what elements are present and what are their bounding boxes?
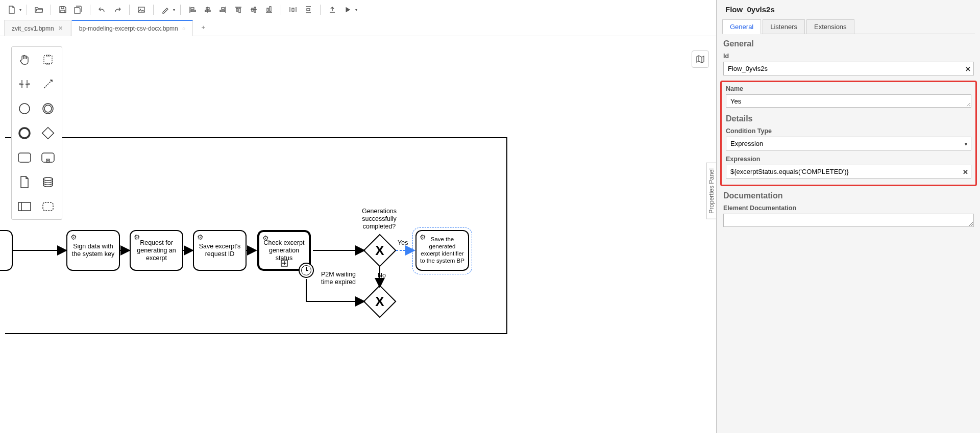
svg-rect-0 xyxy=(61,7,64,9)
toolbar: ▾ ▾ ▾ xyxy=(0,0,716,19)
svg-point-7 xyxy=(44,105,52,112)
section-general: General xyxy=(723,39,975,48)
svg-rect-14 xyxy=(18,202,31,211)
expression-label: Expression xyxy=(726,156,971,163)
svg-rect-4 xyxy=(44,56,52,64)
data-object-tool[interactable] xyxy=(15,172,34,192)
align-top-button[interactable] xyxy=(232,3,245,16)
file-tabs: zvit_csv1.bpmn ✕ bp-modeling-excerpt-csv… xyxy=(0,19,716,36)
align-left-button[interactable] xyxy=(186,3,199,16)
end-event-tool[interactable] xyxy=(15,123,34,143)
svg-point-8 xyxy=(19,128,30,138)
new-file-button[interactable] xyxy=(5,3,18,16)
align-bottom-button[interactable] xyxy=(262,3,276,16)
run-button[interactable] xyxy=(341,3,354,16)
selected-flow[interactable] xyxy=(0,36,510,393)
undo-button[interactable] xyxy=(95,3,109,16)
export-button[interactable] xyxy=(326,3,339,16)
save-button[interactable] xyxy=(56,3,69,16)
tab-listeners[interactable]: Listeners xyxy=(763,19,805,34)
lasso-tool[interactable] xyxy=(38,50,58,69)
highlight-box: Name Details Condition Type Expression ▾… xyxy=(720,81,977,186)
run-caret[interactable]: ▾ xyxy=(355,8,357,12)
properties-panel-toggle[interactable]: Properties Panel xyxy=(706,163,716,219)
task-tool[interactable] xyxy=(15,148,34,167)
tab-extensions[interactable]: Extensions xyxy=(806,19,854,34)
panel-title: Flow_0yvls2s xyxy=(722,3,975,19)
tab-zvit[interactable]: zvit_csv1.bpmn ✕ xyxy=(4,20,70,36)
panel-tabs: General Listeners Extensions xyxy=(722,19,975,34)
section-details: Details xyxy=(726,114,972,123)
svg-rect-15 xyxy=(43,202,53,211)
tab-label: bp-modeling-excerpt-csv-docx.bpmn xyxy=(79,25,178,32)
subprocess-tool[interactable] xyxy=(38,148,58,167)
clear-icon[interactable]: ✕ xyxy=(963,168,968,175)
align-center-button[interactable] xyxy=(201,3,214,16)
name-label: Name xyxy=(726,85,971,92)
tab-label: zvit_csv1.bpmn xyxy=(12,25,54,32)
align-right-button[interactable] xyxy=(216,3,230,16)
expression-input[interactable] xyxy=(726,165,971,179)
canvas[interactable]: ⚙ ⚙ Sign data with the system key ⚙ Requ… xyxy=(0,36,716,433)
svg-point-13 xyxy=(43,177,53,181)
condition-type-label: Condition Type xyxy=(726,128,971,135)
properties-panel: Flow_0yvls2s General Listeners Extension… xyxy=(717,0,980,433)
data-store-tool[interactable] xyxy=(38,172,58,192)
name-input[interactable] xyxy=(726,94,971,108)
save-all-button[interactable] xyxy=(71,3,85,16)
start-event-tool[interactable] xyxy=(15,99,34,118)
svg-rect-9 xyxy=(42,128,54,139)
id-label: Id xyxy=(723,53,974,60)
gateway-tool[interactable] xyxy=(38,123,58,143)
new-file-caret[interactable]: ▾ xyxy=(19,8,21,12)
tab-general[interactable]: General xyxy=(722,19,761,34)
align-middle-button[interactable] xyxy=(247,3,260,16)
color-button[interactable] xyxy=(159,3,172,16)
tool-palette xyxy=(11,46,62,220)
svg-rect-10 xyxy=(18,153,31,162)
bpmn-diagram: ⚙ ⚙ Sign data with the system key ⚙ Requ… xyxy=(0,36,716,433)
image-button[interactable] xyxy=(135,3,148,16)
clear-icon[interactable]: ✕ xyxy=(965,65,971,72)
participant-tool[interactable] xyxy=(15,197,34,216)
distribute-h-button[interactable] xyxy=(286,3,300,16)
tab-bp-modeling[interactable]: bp-modeling-excerpt-csv-docx.bpmn ○ xyxy=(71,20,193,36)
unsaved-icon[interactable]: ○ xyxy=(182,26,186,32)
svg-rect-1 xyxy=(61,10,65,13)
new-tab-button[interactable]: + xyxy=(194,19,212,36)
doc-input[interactable] xyxy=(723,214,974,227)
section-documentation: Documentation xyxy=(723,191,975,200)
close-icon[interactable]: ✕ xyxy=(58,25,63,32)
redo-button[interactable] xyxy=(111,3,124,16)
doc-label: Element Documentation xyxy=(723,205,974,212)
intermediate-event-tool[interactable] xyxy=(38,99,58,118)
svg-point-5 xyxy=(19,104,30,114)
svg-rect-2 xyxy=(138,7,144,12)
group-tool[interactable] xyxy=(38,197,58,216)
space-tool[interactable] xyxy=(15,74,34,94)
id-input[interactable] xyxy=(723,62,974,75)
open-file-button[interactable] xyxy=(32,3,45,16)
connect-tool[interactable] xyxy=(38,74,58,94)
condition-type-select[interactable]: Expression xyxy=(726,137,971,150)
distribute-v-button[interactable] xyxy=(302,3,315,16)
hand-tool[interactable] xyxy=(15,50,34,69)
color-caret[interactable]: ▾ xyxy=(173,8,175,12)
